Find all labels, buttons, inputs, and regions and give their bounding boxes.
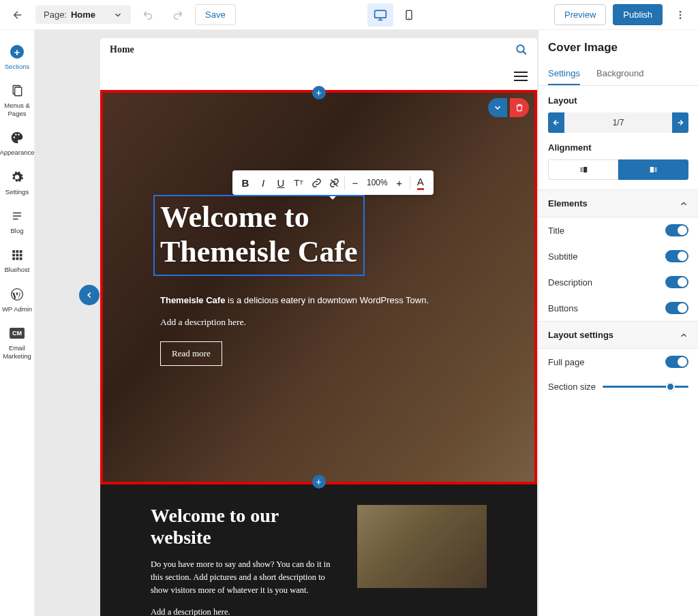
elements-label: Elements xyxy=(548,198,588,209)
publish-button[interactable]: Publish xyxy=(613,4,663,25)
chevron-up-icon xyxy=(679,199,688,209)
sidebar-item-label: Blog xyxy=(10,227,23,234)
sidebar-item-wpadmin[interactable]: WP Admin xyxy=(0,282,34,321)
section-size-slider[interactable] xyxy=(603,386,688,388)
toggle-full-page[interactable] xyxy=(665,356,688,368)
save-button[interactable]: Save xyxy=(195,4,236,25)
preview-button[interactable]: Preview xyxy=(554,4,606,25)
sidebar-item-label: Menus & Pages xyxy=(0,102,34,117)
svg-rect-11 xyxy=(16,251,19,253)
svg-point-20 xyxy=(517,45,524,52)
add-block-top-button[interactable]: + xyxy=(312,86,326,99)
desktop-view-button[interactable] xyxy=(367,3,393,27)
svg-rect-18 xyxy=(20,258,22,260)
hamburger-icon[interactable] xyxy=(514,72,528,81)
toggle-description[interactable] xyxy=(665,276,688,288)
mobile-view-button[interactable] xyxy=(396,3,422,27)
block-controls xyxy=(488,98,529,117)
full-page-label: Full page xyxy=(548,357,584,367)
element-row-description: Description xyxy=(538,269,698,295)
row-section-size: Section size xyxy=(538,375,698,399)
section2-description[interactable]: Add a description here. xyxy=(151,606,341,616)
align-right-button[interactable] xyxy=(548,159,618,180)
italic-button[interactable]: I xyxy=(254,173,272,192)
element-label: Buttons xyxy=(548,303,578,313)
toggle-title[interactable] xyxy=(665,224,688,236)
underline-button[interactable]: U xyxy=(272,173,290,192)
element-label: Subtitle xyxy=(548,251,577,262)
hero-section[interactable]: + + B I U TT − 100% + xyxy=(100,90,537,484)
hero-title-line1: Welcome to xyxy=(160,200,358,235)
sidebar-item-settings[interactable]: Settings xyxy=(0,165,34,204)
section2-image[interactable] xyxy=(357,505,487,588)
svg-point-3 xyxy=(680,14,682,16)
sidebar-item-label: WP Admin xyxy=(2,305,32,313)
sidebar-item-appearance[interactable]: Appearance xyxy=(0,125,34,164)
sidebar-item-label: Settings xyxy=(5,188,29,196)
sidebar-item-bluehost[interactable]: Bluehost xyxy=(0,243,34,281)
layout-settings-group-header[interactable]: Layout settings xyxy=(538,321,698,349)
delete-block-button[interactable] xyxy=(510,98,529,117)
section2-title[interactable]: Welcome to our website xyxy=(151,505,341,549)
svg-rect-25 xyxy=(650,168,653,172)
svg-rect-16 xyxy=(12,258,15,260)
text-toolbar: B I U TT − 100% + A xyxy=(232,170,434,195)
sidebar-item-menus-pages[interactable]: Menus & Pages xyxy=(0,78,34,125)
text-color-button[interactable]: A xyxy=(412,173,429,192)
svg-rect-13 xyxy=(12,254,15,257)
unlink-button[interactable] xyxy=(325,173,343,192)
redo-button[interactable] xyxy=(166,4,188,26)
panel-title: Cover Image xyxy=(538,30,698,63)
search-icon[interactable] xyxy=(515,44,528,56)
alignment-control xyxy=(548,159,688,180)
tab-background[interactable]: Background xyxy=(596,63,643,85)
svg-rect-15 xyxy=(20,254,22,257)
hero-readmore-button[interactable]: Read more xyxy=(160,341,222,366)
tab-settings[interactable]: Settings xyxy=(548,63,580,85)
section2-paragraph[interactable]: Do you have more to say and show? You ca… xyxy=(151,558,341,596)
palette-icon xyxy=(9,129,25,146)
text-size-button[interactable]: TT xyxy=(290,173,307,192)
canvas-header: Home xyxy=(100,38,537,62)
page-selector[interactable]: Page: Home xyxy=(35,5,131,24)
svg-rect-12 xyxy=(20,251,22,253)
element-row-subtitle: Subtitle xyxy=(538,243,698,269)
link-button[interactable] xyxy=(307,173,325,192)
toggle-subtitle[interactable] xyxy=(665,250,688,262)
sidebar-item-blog[interactable]: Blog xyxy=(0,204,34,243)
plus-icon: + xyxy=(10,45,24,59)
page-name: Home xyxy=(71,10,95,20)
prev-section-button[interactable] xyxy=(79,285,100,305)
hero-subtitle[interactable]: Themeisle Cafe is a delicious eatery in … xyxy=(160,294,507,307)
add-block-bottom-button[interactable]: + xyxy=(312,475,326,489)
bold-button[interactable]: B xyxy=(237,173,254,192)
layout-next-button[interactable] xyxy=(672,112,688,133)
sidebar-item-label: Sections xyxy=(5,63,29,70)
hero-title-editable[interactable]: Welcome to Themeisle Cafe xyxy=(153,195,365,276)
site-title: Home xyxy=(110,44,134,55)
sidebar-item-email-marketing[interactable]: CM Email Marketing xyxy=(0,321,34,368)
elements-group-header[interactable]: Elements xyxy=(538,189,698,217)
undo-button[interactable] xyxy=(138,4,160,26)
increase-size-button[interactable]: + xyxy=(391,173,408,192)
slider-thumb[interactable] xyxy=(666,382,675,391)
collapse-block-button[interactable] xyxy=(488,98,507,117)
layout-settings-label: Layout settings xyxy=(548,330,613,340)
more-button[interactable] xyxy=(669,4,691,26)
sidebar-item-sections[interactable]: + Sections xyxy=(0,40,34,78)
hero-description[interactable]: Add a description here. xyxy=(160,317,507,328)
svg-point-2 xyxy=(680,11,682,13)
align-left-button[interactable] xyxy=(618,159,688,180)
svg-rect-6 xyxy=(15,87,22,96)
hero-content: Welcome to Themeisle Cafe Themeisle Cafe… xyxy=(160,195,507,366)
chevron-up-icon xyxy=(679,330,688,340)
back-button[interactable] xyxy=(7,4,29,26)
layout-prev-button[interactable] xyxy=(548,112,564,133)
element-row-title: Title xyxy=(538,217,698,243)
sidebar-item-label: Email Marketing xyxy=(0,344,34,360)
element-label: Description xyxy=(548,277,592,288)
svg-rect-17 xyxy=(16,258,19,260)
toggle-buttons[interactable] xyxy=(665,302,688,314)
decrease-size-button[interactable]: − xyxy=(346,173,364,192)
svg-rect-10 xyxy=(12,251,15,253)
